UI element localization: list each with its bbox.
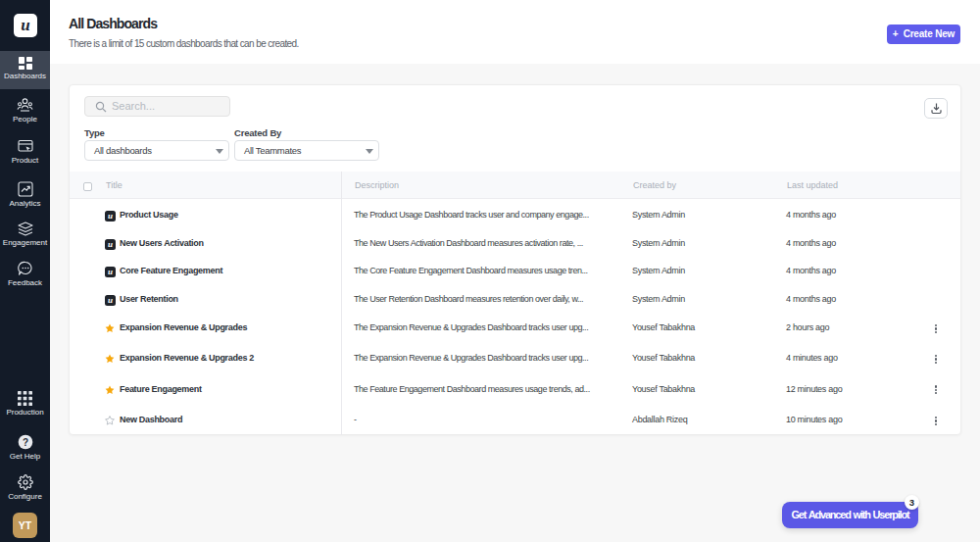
svg-text:u: u bbox=[108, 267, 113, 276]
svg-text:u: u bbox=[108, 239, 113, 249]
svg-text:u: u bbox=[108, 211, 113, 221]
svg-text:?: ? bbox=[22, 437, 27, 448]
svg-text:u: u bbox=[108, 295, 113, 305]
